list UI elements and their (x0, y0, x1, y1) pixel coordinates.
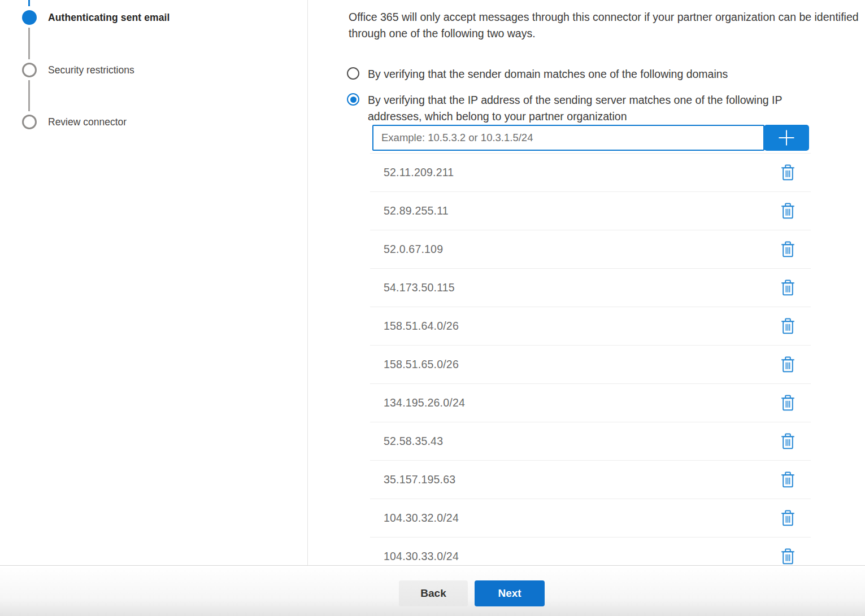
delete-ip-button[interactable] (780, 509, 796, 527)
radio-option-sender-domain-label: By verifying that the sender domain matc… (368, 66, 832, 82)
delete-ip-button[interactable] (780, 470, 796, 489)
ip-address-text: 158.51.65.0/26 (370, 358, 459, 371)
ip-list-item: 158.51.64.0/26 (370, 307, 811, 346)
radio-option-sender-domain[interactable]: By verifying that the sender domain matc… (347, 66, 832, 82)
ip-list-item: 134.195.26.0/24 (370, 384, 811, 422)
ip-list-item: 158.51.65.0/26 (370, 346, 811, 384)
trash-icon (781, 203, 795, 219)
ip-list-item: 35.157.195.63 (370, 461, 811, 499)
ip-address-text: 52.58.35.43 (370, 435, 443, 448)
intro-text: Office 365 will only accept messages thr… (349, 9, 864, 41)
delete-ip-button[interactable] (780, 355, 796, 374)
ip-address-text: 52.89.255.11 (370, 204, 449, 217)
radio-selected-icon[interactable] (347, 93, 359, 106)
trash-icon (781, 279, 795, 296)
trash-icon (781, 395, 795, 411)
ip-address-text: 134.195.26.0/24 (370, 396, 465, 409)
ip-address-input[interactable] (372, 125, 764, 151)
radio-unselected-icon[interactable] (347, 67, 359, 80)
connector-wizard-page: Authenticating sent email Security restr… (0, 0, 865, 616)
radio-option-ip-address[interactable]: By verifying that the IP address of the … (347, 92, 832, 124)
ip-address-text: 35.157.195.63 (370, 473, 455, 486)
delete-ip-button[interactable] (780, 547, 796, 566)
delete-ip-button[interactable] (780, 163, 796, 182)
radio-option-ip-address-label: By verifying that the IP address of the … (368, 92, 832, 124)
back-button[interactable]: Back (399, 580, 468, 606)
delete-ip-button[interactable] (780, 202, 796, 220)
delete-ip-button[interactable] (780, 317, 796, 335)
trash-icon (781, 318, 795, 334)
ip-list-item: 52.0.67.109 (370, 230, 811, 269)
delete-ip-button[interactable] (780, 394, 796, 412)
plus-icon (777, 128, 796, 147)
ip-list-item: 54.173.50.115 (370, 269, 811, 307)
ip-address-text: 54.173.50.115 (370, 281, 455, 294)
next-button[interactable]: Next (475, 580, 545, 606)
ip-list-item: 52.11.209.211 (370, 154, 811, 192)
ip-address-text: 104.30.32.0/24 (370, 512, 459, 525)
trash-icon (781, 471, 795, 488)
delete-ip-button[interactable] (780, 278, 796, 297)
trash-icon (781, 433, 795, 449)
add-ip-button[interactable] (764, 125, 809, 151)
ip-address-text: 158.51.64.0/26 (370, 320, 459, 333)
trash-icon (781, 241, 795, 257)
delete-ip-button[interactable] (780, 432, 796, 451)
ip-address-text: 104.30.33.0/24 (370, 550, 459, 563)
ip-address-text: 52.11.209.211 (370, 166, 454, 179)
ip-list-item: 52.89.255.11 (370, 192, 811, 230)
ip-address-list: 52.11.209.211 52.89.255.11 (370, 153, 811, 576)
ip-list-item: 52.58.35.43 (370, 422, 811, 461)
wizard-content: Office 365 will only accept messages thr… (0, 0, 865, 565)
ip-address-text: 52.0.67.109 (370, 243, 443, 256)
trash-icon (781, 356, 795, 373)
wizard-footer: Back Next (0, 565, 865, 616)
trash-icon (781, 548, 795, 565)
ip-list-item: 104.30.32.0/24 (370, 499, 811, 538)
delete-ip-button[interactable] (780, 240, 796, 259)
trash-icon (781, 510, 795, 526)
trash-icon (781, 164, 795, 181)
